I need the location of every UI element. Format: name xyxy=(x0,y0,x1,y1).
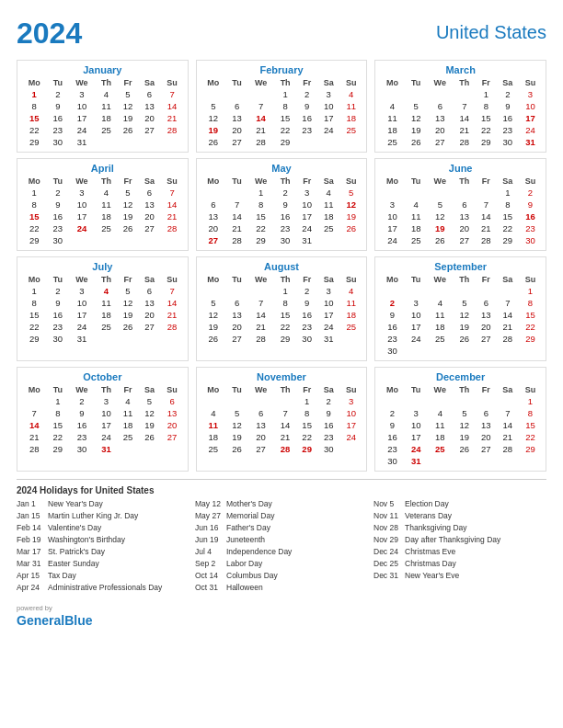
cal-day: 17 xyxy=(379,222,405,234)
cal-day xyxy=(339,234,362,246)
cal-day: 10 xyxy=(379,210,405,222)
cal-header: Mo xyxy=(21,176,47,187)
cal-day: 6 xyxy=(226,297,247,309)
cal-day: 27 xyxy=(427,136,454,148)
cal-day xyxy=(247,88,274,100)
calendars-grid: JanuaryMoTuWeThFrSaSu1234567891011121314… xyxy=(17,60,546,472)
cal-day: 7 xyxy=(274,407,296,419)
cal-day: 10 xyxy=(406,309,427,321)
cal-day: 24 xyxy=(95,431,117,443)
cal-day: 15 xyxy=(47,419,68,431)
cal-table: MoTuWeThFrSaSu12345678910111213141516171… xyxy=(201,384,363,455)
holiday-name: Day after Thanksgiving Day xyxy=(405,535,500,545)
cal-day xyxy=(138,234,160,246)
cal-day: 22 xyxy=(47,431,68,443)
cal-day: 20 xyxy=(226,124,247,136)
cal-day: 13 xyxy=(138,199,160,210)
cal-day: 24 xyxy=(317,321,339,333)
cal-day: 20 xyxy=(247,431,274,443)
cal-day: 15 xyxy=(519,309,542,321)
cal-day: 11 xyxy=(339,100,362,112)
cal-day xyxy=(379,187,405,199)
cal-day: 12 xyxy=(201,309,226,321)
cal-day xyxy=(406,345,427,357)
cal-header: Mo xyxy=(21,274,47,285)
cal-day: 3 xyxy=(317,88,339,100)
cal-day: 14 xyxy=(226,210,247,222)
cal-day: 3 xyxy=(406,297,427,309)
month-name: May xyxy=(201,163,363,174)
cal-header: Sa xyxy=(317,274,339,285)
cal-day: 27 xyxy=(226,136,247,148)
cal-day: 28 xyxy=(497,333,519,345)
cal-header: Th xyxy=(95,384,117,395)
cal-day xyxy=(454,395,476,407)
cal-day: 10 xyxy=(68,199,95,210)
holiday-date: Nov 28 xyxy=(373,523,401,533)
footer: powered by GeneralBlue xyxy=(17,604,546,628)
cal-day: 19 xyxy=(117,309,138,321)
cal-day: 26 xyxy=(117,222,138,234)
cal-day: 17 xyxy=(68,309,95,321)
cal-header: Th xyxy=(95,77,117,88)
cal-day: 15 xyxy=(476,112,497,124)
cal-header: Sa xyxy=(138,384,160,395)
month-block-march: MarchMoTuWeThFrSaSu123456789101112131415… xyxy=(374,60,546,153)
cal-day: 23 xyxy=(379,443,405,455)
cal-header: We xyxy=(247,77,274,88)
cal-header: Mo xyxy=(201,384,226,395)
cal-header: Su xyxy=(160,176,183,187)
cal-header: Tu xyxy=(226,77,247,88)
month-block-january: JanuaryMoTuWeThFrSaSu1234567891011121314… xyxy=(17,60,189,153)
cal-day: 7 xyxy=(497,297,519,309)
cal-day: 22 xyxy=(274,321,296,333)
cal-header: Sa xyxy=(138,274,160,285)
cal-day: 30 xyxy=(296,333,317,345)
cal-day: 20 xyxy=(138,309,160,321)
cal-day: 13 xyxy=(226,112,247,124)
cal-header: Tu xyxy=(47,274,68,285)
cal-header: Mo xyxy=(21,384,47,395)
cal-header: We xyxy=(247,176,274,187)
holiday-name: Halloween xyxy=(226,583,263,593)
cal-day: 4 xyxy=(427,297,454,309)
cal-header: Fr xyxy=(117,384,138,395)
cal-day: 13 xyxy=(138,100,160,112)
cal-day: 26 xyxy=(454,443,476,455)
cal-header: Fr xyxy=(296,274,317,285)
cal-day: 3 xyxy=(519,88,542,100)
cal-day xyxy=(454,285,476,297)
cal-header: Tu xyxy=(47,77,68,88)
cal-day: 8 xyxy=(476,100,497,112)
cal-day xyxy=(339,136,362,148)
cal-day: 8 xyxy=(274,100,296,112)
cal-day: 18 xyxy=(95,210,117,222)
cal-day: 6 xyxy=(160,395,183,407)
cal-day: 20 xyxy=(226,321,247,333)
month-name: October xyxy=(21,371,184,382)
cal-day: 18 xyxy=(117,419,138,431)
year-title: 2024 xyxy=(17,17,82,51)
month-block-july: JulyMoTuWeThFrSaSu1234567891011121314151… xyxy=(17,256,189,361)
cal-day: 8 xyxy=(296,407,317,419)
cal-header: Su xyxy=(519,176,542,187)
cal-day xyxy=(454,88,476,100)
cal-header: Fr xyxy=(476,77,497,88)
cal-day: 16 xyxy=(379,321,405,333)
month-name: January xyxy=(21,64,184,75)
cal-day: 23 xyxy=(274,222,296,234)
cal-day: 27 xyxy=(138,124,160,136)
cal-day: 29 xyxy=(247,234,274,246)
cal-table: MoTuWeThFrSaSu12345678910111213141516171… xyxy=(379,384,542,467)
cal-day: 13 xyxy=(454,210,476,222)
cal-day: 20 xyxy=(201,222,226,234)
cal-day: 12 xyxy=(427,210,454,222)
cal-day xyxy=(497,395,519,407)
month-name: April xyxy=(21,163,184,174)
cal-header: Sa xyxy=(497,176,519,187)
cal-day: 26 xyxy=(201,333,226,345)
cal-day: 16 xyxy=(47,309,68,321)
cal-day: 28 xyxy=(274,443,296,455)
holiday-name: Mother's Day xyxy=(226,499,272,509)
cal-day: 22 xyxy=(519,431,542,443)
